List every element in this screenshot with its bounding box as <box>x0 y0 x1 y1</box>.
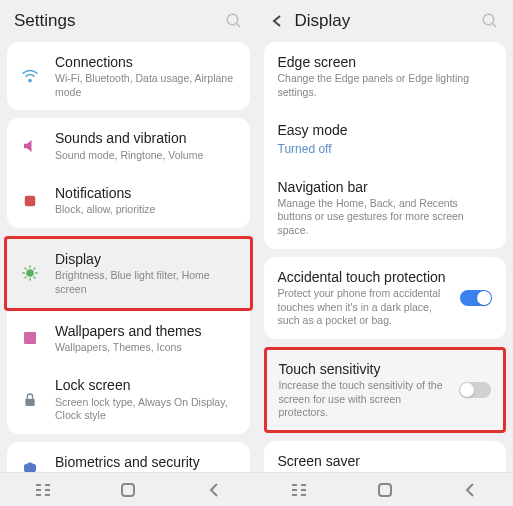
display-list: Edge screenChange the Edge panels or Edg… <box>257 42 514 472</box>
item-title: Easy mode <box>278 121 493 139</box>
item-title: Notifications <box>55 184 238 202</box>
shield-icon <box>19 458 41 472</box>
item-link: Turned off <box>278 142 493 156</box>
item-sub: Change the Edge panels or Edge lighting … <box>278 72 493 99</box>
item-title: Sounds and vibration <box>55 129 238 147</box>
item-title: Biometrics and security <box>55 453 238 471</box>
wifi-icon <box>19 65 41 87</box>
svg-rect-21 <box>122 484 134 496</box>
home-button[interactable] <box>360 482 410 498</box>
svg-point-2 <box>29 80 31 82</box>
svg-point-0 <box>227 14 238 25</box>
home-button[interactable] <box>103 482 153 498</box>
display-item-edge[interactable]: Edge screenChange the Edge panels or Edg… <box>264 42 507 110</box>
toggle-touch-sensitivity[interactable] <box>459 382 491 398</box>
toggle-accidental[interactable] <box>460 290 492 306</box>
item-sub: Protect your phone from accidental touch… <box>278 287 453 328</box>
back-button[interactable] <box>189 482 239 498</box>
svg-rect-14 <box>25 398 34 405</box>
item-sub: Sound mode, Ringtone, Volume <box>55 149 238 163</box>
search-icon[interactable] <box>481 12 499 30</box>
display-item-accidental[interactable]: Accidental touch protectionProtect your … <box>264 257 507 339</box>
settings-item-biometrics[interactable]: Biometrics and securityFace recognition,… <box>7 442 250 472</box>
svg-rect-3 <box>25 195 36 206</box>
item-sub: Increase the touch sensitivity of the sc… <box>279 379 452 420</box>
item-title: Edge screen <box>278 53 493 71</box>
settings-screen: Settings ConnectionsWi-Fi, Bluetooth, Da… <box>0 0 257 506</box>
svg-line-12 <box>34 268 36 270</box>
item-title: Screen saver <box>278 452 453 470</box>
search-icon[interactable] <box>225 12 243 30</box>
item-sub: Wi-Fi, Bluetooth, Data usage, Airplane m… <box>55 72 238 99</box>
item-title: Navigation bar <box>278 178 493 196</box>
item-title: Display <box>55 250 238 268</box>
display-item-navbar[interactable]: Navigation barManage the Home, Back, and… <box>264 167 507 249</box>
settings-item-wallpapers[interactable]: Wallpapers and themesWallpapers, Themes,… <box>7 311 250 366</box>
item-sub: Brightness, Blue light filter, Home scre… <box>55 269 238 296</box>
svg-rect-13 <box>24 332 36 344</box>
item-sub: Screen lock type, Always On Display, Clo… <box>55 396 238 423</box>
recents-button[interactable] <box>18 483 68 497</box>
item-title: Wallpapers and themes <box>55 322 238 340</box>
svg-line-11 <box>25 277 27 279</box>
item-title: Lock screen <box>55 376 238 394</box>
svg-line-23 <box>492 23 496 27</box>
back-button[interactable] <box>445 482 495 498</box>
item-sub: Wallpapers, Themes, Icons <box>55 341 238 355</box>
svg-rect-30 <box>379 484 391 496</box>
item-title: Touch sensitivity <box>279 360 452 378</box>
settings-item-sounds[interactable]: Sounds and vibrationSound mode, Ringtone… <box>7 118 250 173</box>
wallpaper-icon <box>19 327 41 349</box>
back-icon[interactable] <box>271 14 285 28</box>
display-screen: Display Edge screenChange the Edge panel… <box>257 0 514 506</box>
settings-item-notifications[interactable]: NotificationsBlock, allow, prioritize <box>7 173 250 228</box>
lock-icon <box>19 389 41 411</box>
svg-line-10 <box>34 277 36 279</box>
display-header: Display <box>257 0 514 42</box>
svg-point-22 <box>483 14 494 25</box>
item-title: Connections <box>55 53 238 71</box>
item-sub: Manage the Home, Back, and Recents butto… <box>278 197 493 238</box>
settings-title: Settings <box>14 11 225 31</box>
nav-bar <box>0 472 257 506</box>
display-item-screensaver[interactable]: Screen saverShow a screensaver after the… <box>264 441 507 472</box>
settings-item-display[interactable]: DisplayBrightness, Blue light filter, Ho… <box>4 236 253 310</box>
settings-item-connections[interactable]: ConnectionsWi-Fi, Bluetooth, Data usage,… <box>7 42 250 110</box>
settings-header: Settings <box>0 0 257 42</box>
recents-button[interactable] <box>274 483 324 497</box>
svg-point-4 <box>27 270 33 276</box>
nav-bar <box>257 472 514 506</box>
settings-list: ConnectionsWi-Fi, Bluetooth, Data usage,… <box>0 42 257 472</box>
display-item-easymode[interactable]: Easy modeTurned off <box>264 110 507 166</box>
item-sub: Block, allow, prioritize <box>55 203 238 217</box>
display-title: Display <box>295 11 482 31</box>
item-title: Accidental touch protection <box>278 268 453 286</box>
svg-line-1 <box>236 23 240 27</box>
display-icon <box>19 262 41 284</box>
settings-item-lockscreen[interactable]: Lock screenScreen lock type, Always On D… <box>7 365 250 433</box>
display-item-touch-sensitivity[interactable]: Touch sensitivityIncrease the touch sens… <box>267 350 504 430</box>
notif-icon <box>19 190 41 212</box>
svg-line-9 <box>25 268 27 270</box>
sound-icon <box>19 135 41 157</box>
